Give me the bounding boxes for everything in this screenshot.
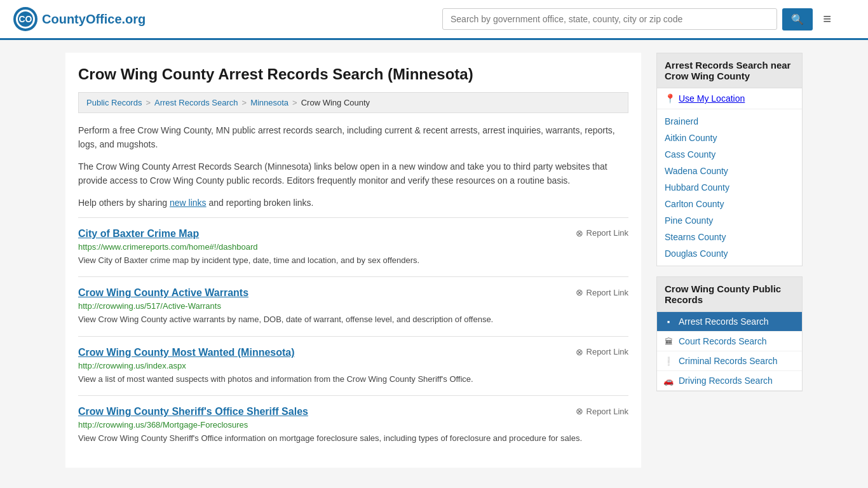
- public-records-section: Crow Wing County Public Records ▪ Arrest…: [656, 276, 803, 391]
- nearby-link[interactable]: Douglas County: [665, 248, 728, 259]
- para3-suffix: and reporting broken links.: [207, 198, 314, 208]
- result-title[interactable]: Crow Wing County Sheriff's Office Sherif…: [78, 406, 308, 417]
- nearby-links-list: Brainerd Aitkin County Cass County Waden…: [657, 109, 802, 266]
- result-title[interactable]: City of Baxter Crime Map: [78, 228, 199, 240]
- list-item: Aitkin County: [657, 130, 802, 146]
- result-url[interactable]: http://crowwing.us/368/Mortgage-Foreclos…: [78, 420, 628, 430]
- pub-rec-arrest-records[interactable]: ▪ Arrest Records Search: [657, 312, 802, 332]
- result-desc: View Crow Wing County active warrants by…: [78, 313, 628, 326]
- arrest-records-link[interactable]: Arrest Records Search: [679, 316, 769, 327]
- list-item: Pine County: [657, 212, 802, 229]
- pub-rec-criminal-records[interactable]: ❕ Criminal Records Search: [657, 351, 802, 371]
- driving-records-link[interactable]: Driving Records Search: [679, 376, 773, 386]
- list-item: Stearns County: [657, 229, 802, 245]
- result-header: City of Baxter Crime Map ⊗ Report Link: [78, 228, 628, 242]
- nearby-link[interactable]: Stearns County: [665, 232, 726, 242]
- arrest-records-icon: ▪: [663, 317, 674, 327]
- result-item: Crow Wing County Active Warrants ⊗ Repor…: [78, 276, 628, 336]
- new-links-link[interactable]: new links: [170, 198, 207, 208]
- report-link-button[interactable]: ⊗ Report Link: [576, 406, 628, 416]
- result-url[interactable]: http://crowwing.us/517/Active-Warrants: [78, 301, 628, 311]
- list-item: Brainerd: [657, 113, 802, 130]
- sidebar: Arrest Records Search near Crow Wing Cou…: [656, 53, 803, 468]
- location-pin-icon: 📍: [665, 93, 675, 104]
- result-title[interactable]: Crow Wing County Most Wanted (Minnesota): [78, 347, 295, 358]
- breadcrumb-sep-1: >: [146, 98, 151, 107]
- para3-prefix: Help others by sharing: [78, 198, 170, 208]
- nearby-section-title: Arrest Records Search near Crow Wing Cou…: [657, 53, 802, 88]
- logo-county: CountyOffice: [42, 12, 122, 26]
- search-input[interactable]: [442, 8, 777, 30]
- result-title[interactable]: Crow Wing County Active Warrants: [78, 287, 248, 299]
- main-wrapper: Crow Wing County Arrest Records Search (…: [53, 40, 815, 480]
- nearby-link[interactable]: Aitkin County: [665, 133, 717, 143]
- nearby-link[interactable]: Brainerd: [665, 116, 698, 126]
- content-area: Crow Wing County Arrest Records Search (…: [65, 53, 641, 468]
- logo-org: .org: [122, 12, 146, 26]
- nearby-link[interactable]: Carlton County: [665, 199, 724, 209]
- criminal-records-link[interactable]: Criminal Records Search: [679, 356, 778, 366]
- report-icon: ⊗: [576, 406, 583, 416]
- results-list: City of Baxter Crime Map ⊗ Report Link h…: [78, 217, 628, 455]
- page-title: Crow Wing County Arrest Records Search (…: [78, 65, 628, 83]
- report-icon: ⊗: [576, 347, 583, 357]
- report-link-label: Report Link: [587, 407, 628, 416]
- report-link-button[interactable]: ⊗ Report Link: [576, 287, 628, 297]
- breadcrumb: Public Records > Arrest Records Search >…: [78, 92, 628, 113]
- criminal-records-icon: ❕: [663, 356, 674, 366]
- breadcrumb-arrest-records[interactable]: Arrest Records Search: [154, 98, 238, 107]
- breadcrumb-sep-3: >: [292, 98, 297, 107]
- result-url[interactable]: http://crowwing.us/index.aspx: [78, 361, 628, 370]
- list-item: Carlton County: [657, 196, 802, 212]
- result-desc: View City of Baxter crime map by inciden…: [78, 254, 628, 267]
- result-header: Crow Wing County Sheriff's Office Sherif…: [78, 406, 628, 420]
- logo-text: CountyOffice.org: [42, 12, 146, 27]
- result-item: Crow Wing County Most Wanted (Minnesota)…: [78, 336, 628, 396]
- breadcrumb-current: Crow Wing County: [301, 98, 370, 107]
- court-records-icon: 🏛: [663, 337, 674, 346]
- search-icon: 🔍: [791, 14, 804, 25]
- report-icon: ⊗: [576, 287, 583, 297]
- result-header: Crow Wing County Active Warrants ⊗ Repor…: [78, 287, 628, 301]
- court-records-link[interactable]: Court Records Search: [679, 336, 767, 346]
- list-item: Hubbard County: [657, 179, 802, 196]
- report-link-button[interactable]: ⊗ Report Link: [576, 228, 628, 238]
- nearby-link[interactable]: Pine County: [665, 215, 713, 226]
- use-my-location-item[interactable]: 📍 Use My Location: [657, 88, 802, 109]
- report-link-label: Report Link: [587, 228, 628, 238]
- nearby-section: Arrest Records Search near Crow Wing Cou…: [656, 53, 803, 266]
- use-my-location-link[interactable]: Use My Location: [679, 93, 745, 104]
- report-link-label: Report Link: [587, 288, 628, 297]
- list-item: Douglas County: [657, 245, 802, 262]
- nearby-link[interactable]: Hubbard County: [665, 182, 729, 193]
- description-para1: Perform a free Crow Wing County, MN publ…: [78, 123, 628, 152]
- result-desc: View a list of most wanted suspects with…: [78, 373, 628, 386]
- site-header: CO CountyOffice.org 🔍 ≡: [0, 0, 868, 40]
- description-para2: The Crow Wing County Arrest Records Sear…: [78, 159, 628, 188]
- menu-button[interactable]: ≡: [818, 8, 836, 30]
- nearby-link[interactable]: Cass County: [665, 149, 715, 159]
- pub-rec-court-records[interactable]: 🏛 Court Records Search: [657, 332, 802, 351]
- logo-icon: CO: [13, 6, 38, 32]
- list-item: Cass County: [657, 146, 802, 163]
- nearby-link[interactable]: Wadena County: [665, 166, 728, 176]
- report-icon: ⊗: [576, 228, 583, 238]
- svg-text:CO: CO: [19, 14, 32, 24]
- search-button[interactable]: 🔍: [782, 8, 813, 30]
- report-link-button[interactable]: ⊗ Report Link: [576, 347, 628, 357]
- public-records-section-title: Crow Wing County Public Records: [657, 277, 802, 312]
- list-item: Wadena County: [657, 163, 802, 179]
- result-url[interactable]: https://www.crimereports.com/home#!/dash…: [78, 242, 628, 252]
- description-para3: Help others by sharing new links and rep…: [78, 196, 628, 210]
- breadcrumb-public-records[interactable]: Public Records: [86, 98, 142, 107]
- pub-rec-driving-records[interactable]: 🚗 Driving Records Search: [657, 371, 802, 391]
- result-item: Crow Wing County Sheriff's Office Sherif…: [78, 395, 628, 455]
- breadcrumb-minnesota[interactable]: Minnesota: [250, 98, 288, 107]
- breadcrumb-sep-2: >: [242, 98, 247, 107]
- search-area: 🔍 ≡: [442, 8, 836, 30]
- result-item: City of Baxter Crime Map ⊗ Report Link h…: [78, 217, 628, 277]
- result-header: Crow Wing County Most Wanted (Minnesota)…: [78, 347, 628, 361]
- driving-records-icon: 🚗: [663, 376, 674, 386]
- report-link-label: Report Link: [587, 347, 628, 356]
- logo-area: CO CountyOffice.org: [13, 6, 146, 32]
